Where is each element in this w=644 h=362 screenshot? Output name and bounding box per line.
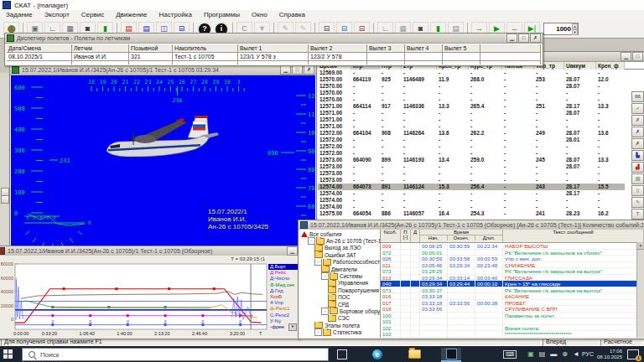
table-row[interactable]: 12570.00664119925114648911.9268.0-25328.… [318, 76, 644, 83]
close-button[interactable]: ✗ [304, 65, 314, 75]
tree-expand-box[interactable]: - [321, 308, 329, 314]
table-row[interactable]: 04003:29:3403:29:4400:00:10Крен > 15° на… [381, 281, 644, 287]
legend-scroll-down-icon[interactable]: ▼ [288, 323, 297, 331]
col-duration[interactable]: Длит. [475, 235, 503, 240]
table-row[interactable]: 12574.00--------- [318, 204, 644, 210]
table-row[interactable]: 12573.00--------- [318, 170, 644, 177]
menu-item-движение[interactable]: Движение [110, 10, 153, 20]
text-button[interactable]: T [631, 209, 644, 220]
table-row[interactable]: 12573.00--------- [318, 177, 644, 184]
col-start[interactable]: Нач. [420, 235, 448, 240]
table-row[interactable]: 01603:33:18КАСАНИЕ [381, 293, 644, 300]
table-row[interactable]: 12572.00--------- [318, 150, 644, 157]
monitor-icon[interactable]: ▤ [539, 346, 546, 362]
col-d[interactable]: Д [411, 230, 420, 242]
table-row[interactable]: 01103:05:4603:29:3400:23:48СНИЖЕНИЕ [381, 262, 644, 269]
tree-item[interactable]: СЭС [299, 315, 380, 322]
delete-blue-button[interactable]: ✗ [631, 127, 644, 137]
clipboard-button[interactable]: ▯ [631, 185, 644, 196]
tree-item[interactable]: Все события [299, 230, 380, 237]
find-button[interactable]: 66 [631, 91, 644, 102]
task-view-button[interactable] [332, 348, 352, 360]
table-row[interactable] [7, 61, 541, 65]
legend-item[interactable]: С-Релс2 [268, 313, 299, 318]
table-row[interactable]: 12571.00--------- [318, 123, 644, 130]
col-end[interactable]: Оконч. [448, 235, 475, 240]
table-row[interactable]: 07303:28:25РК:"Включение г/к закрылков н… [381, 268, 644, 275]
table-row[interactable]: 101 [381, 318, 644, 325]
table-row[interactable]: 12572.00664104908114626413.6262.2-24928.… [318, 130, 644, 137]
chart-red-button[interactable]: ▟ [631, 162, 644, 173]
menu-item-справка[interactable]: Справка [273, 10, 311, 20]
tree-expand-box[interactable]: - [308, 237, 315, 244]
table-row[interactable]: 103********************************* [381, 331, 644, 338]
table-row[interactable]: 102Время полета: [381, 325, 644, 332]
legend-item[interactable]: Д-Число [268, 276, 299, 282]
table-row[interactable]: 12569.00--------- [318, 70, 644, 76]
dispatcher-title-bar[interactable]: Диспетчер полетов - Полеты по летчикам ▁… [5, 34, 543, 44]
tree-item[interactable]: -Работоспособность АТ [299, 259, 380, 266]
hud-window-title-bar[interactable]: 15.07.2022,1/Иванов И.И./3425(Ан-26 с 10… [10, 65, 316, 75]
language-indicator[interactable]: РУС [582, 351, 594, 357]
menu-item-задание[interactable]: Задание [0, 10, 39, 20]
legend-item[interactable]: Д-Гид [268, 288, 299, 294]
edge-button-2[interactable] [1, 195, 9, 204]
col-num[interactable]: Nсоб. [381, 230, 401, 242]
col-p[interactable]: П[-] [401, 230, 411, 242]
tree-item[interactable]: Этапы полета [299, 322, 380, 328]
legend-item[interactable]: ф-Релс1 [268, 306, 299, 312]
close-button[interactable]: ✗ [530, 34, 541, 43]
table-row[interactable]: 12575.00664054886114605716.4254.3-24128.… [318, 210, 644, 217]
legend-item[interactable]: Ф-Мед.сек [268, 282, 299, 288]
table-row[interactable]: 12570.00--------- [318, 96, 644, 103]
table-row[interactable]: 12571.00-------28.07- [318, 110, 644, 116]
menu-item-экспорт[interactable]: Экспорт [39, 10, 75, 20]
spin-up-icon[interactable]: ▲ [572, 23, 578, 29]
table-row[interactable]: 01803:33:56СРУЛИВАНИЕ С ВПП [381, 306, 644, 313]
tree-expand-box[interactable]: - [321, 272, 329, 279]
menu-item-настройка[interactable]: Настройка [153, 10, 197, 20]
tree-item[interactable]: -Статистика [299, 328, 380, 335]
table-row[interactable]: 12571.00--------- [318, 116, 644, 123]
tree-item[interactable]: ПОС [299, 294, 380, 301]
tree-item[interactable]: Ошибки ЗАТ [299, 251, 380, 258]
delete-red-button[interactable]: ✗ [631, 115, 644, 126]
table-row[interactable]: 01703:33:1803:33:5600:00:38ПРОБЕГ [381, 300, 644, 307]
col-message[interactable]: Текст сообщений [503, 230, 644, 242]
maximize-button[interactable]: □ [518, 34, 529, 43]
table-row[interactable]: 100Параметры за полет: [381, 313, 644, 319]
menu-item-сервис[interactable]: Сервис [75, 10, 110, 20]
table-row[interactable]: 12572.00-------28.01- [318, 137, 644, 143]
minimize-button[interactable]: ▁ [621, 52, 631, 61]
skat-app-button[interactable] [441, 348, 461, 362]
table-row[interactable]: 12572.00--------- [318, 143, 644, 150]
legend-item[interactable]: ХснБ [268, 294, 299, 300]
spinner-arrows[interactable]: ▲▼ [572, 23, 578, 34]
spin-down-icon[interactable]: ▼ [572, 29, 578, 35]
table-row[interactable]: 12573.00664090899114619313.4259.0-24528.… [318, 157, 644, 163]
battery-icon[interactable]: ▬ [550, 346, 557, 362]
legend-item[interactable]: Д.Рейс [268, 270, 299, 276]
menu-item-программы[interactable]: Программы [198, 10, 246, 20]
table-row[interactable]: 12574.00-------28.17- [318, 190, 644, 197]
table-row[interactable]: 12570.00--------- [318, 90, 644, 96]
table-row[interactable]: 12574.00664073891114612415.3256.4-24328.… [318, 184, 644, 190]
tree-item[interactable]: -Ан-26 с 10705 (Тест-1) [299, 237, 380, 244]
events-scrollbar[interactable]: ▲ [636, 242, 644, 338]
col-time[interactable]: Время Нач. Оконч. Длит. [420, 230, 503, 242]
menu-item-окно[interactable]: Окно [246, 10, 273, 20]
minimize-button[interactable]: ▁ [506, 34, 517, 43]
pencil-button[interactable]: ✎ [631, 197, 644, 208]
table-row[interactable]: 00900:08:2500:30:5900:22:34НАБОР ВЫСОТЫ [381, 243, 644, 250]
chart-blue-button[interactable]: ▙ [631, 150, 644, 161]
chart-plot[interactable]: 800006000040000200000000000 [0, 262, 268, 331]
tree-item[interactable]: СРД [299, 301, 380, 308]
tree-item[interactable]: Пожаротушения [299, 287, 380, 293]
tree-item[interactable]: Выход за ЛЭО [299, 245, 380, 251]
tree-item[interactable]: Управления [299, 280, 380, 287]
scroll-up-icon[interactable]: ▲ [637, 242, 644, 250]
notification-icon[interactable]: 1 [627, 349, 639, 359]
tree-item[interactable]: -Бортовое оборудован [299, 308, 380, 314]
tree-expand-box[interactable]: - [314, 259, 322, 266]
table-row[interactable]: 08.10.2025/1Иванов И.И.321Тест-1 с 10705… [7, 53, 541, 61]
